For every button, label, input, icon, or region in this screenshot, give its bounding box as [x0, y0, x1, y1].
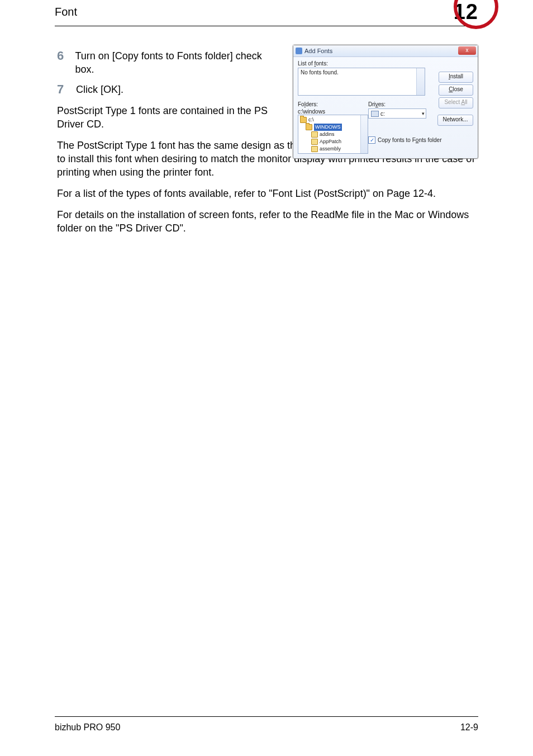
close-button[interactable]: x	[458, 46, 476, 55]
folder-icon	[311, 146, 318, 152]
check-icon: ✓	[370, 138, 374, 143]
folder-open-icon	[300, 117, 307, 123]
drive-icon	[371, 111, 379, 117]
tree-selected[interactable]: WINDOWS	[314, 124, 342, 131]
copy-fonts-checkbox-label: Copy fonts to Fonts folder	[378, 137, 442, 143]
drive-value: c:	[380, 111, 385, 117]
tree-item[interactable]: addins	[320, 131, 335, 138]
network-button[interactable]: Network...	[437, 115, 473, 126]
tree-item[interactable]: assembly	[320, 145, 341, 153]
paragraph-3: For a list of the types of fonts availab…	[57, 187, 478, 200]
section-title: Font	[55, 6, 77, 18]
step-6-text: Turn on [Copy fonts to Fonts folder] che…	[75, 49, 274, 76]
add-fonts-dialog-screenshot: Add Fonts x List of fonts: No fonts foun…	[293, 45, 478, 159]
footer-product: bizhub PRO 950	[55, 722, 120, 733]
folder-open-icon	[306, 124, 312, 130]
folders-label: Folders:	[298, 101, 364, 107]
fonts-listbox[interactable]: No fonts found.	[298, 68, 425, 96]
corner-circle-decoration	[454, 0, 498, 29]
fonts-listbox-empty-text: No fonts found.	[301, 69, 339, 75]
paragraph-4: For details on the installation of scree…	[57, 208, 478, 235]
folder-icon	[311, 139, 318, 145]
folders-tree[interactable]: c:\ WINDOWS addins AppPatch assembly	[298, 115, 368, 154]
paragraph-1: PostScript Type 1 fonts are contained in…	[57, 104, 274, 131]
list-of-fonts-label: List of fonts:	[298, 60, 473, 67]
select-all-button[interactable]: Select All	[439, 97, 473, 108]
fonts-app-icon	[296, 48, 302, 54]
drives-combobox[interactable]: c: ▾	[368, 108, 426, 119]
step-7-text: Click [OK].	[76, 83, 274, 96]
tree-item[interactable]: AppPatch	[320, 138, 341, 145]
dialog-title: Add Fonts	[304, 48, 332, 54]
step-number-6: 6	[57, 49, 75, 63]
install-button[interactable]: Install	[439, 72, 473, 83]
copy-fonts-checkbox[interactable]: ✓	[368, 136, 375, 144]
dialog-titlebar: Add Fonts x	[293, 45, 478, 57]
chevron-down-icon: ▾	[422, 111, 425, 116]
folders-path: c:\windows	[298, 108, 325, 115]
step-number-7: 7	[57, 83, 76, 96]
footer-page-number: 12-9	[460, 722, 478, 733]
folder-icon	[311, 131, 318, 138]
close-dialog-button[interactable]: Close	[439, 84, 473, 96]
close-icon: x	[466, 47, 469, 53]
